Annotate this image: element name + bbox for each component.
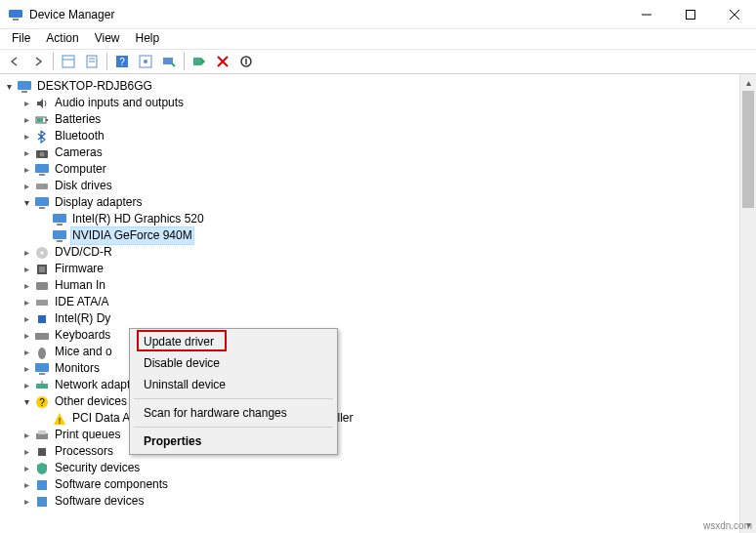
svg-rect-41 (36, 282, 48, 290)
svg-text:?: ? (119, 57, 125, 67)
chevron-right-icon[interactable]: ▸ (20, 163, 33, 177)
scrollbar-thumb[interactable] (742, 91, 754, 208)
context-disable-device[interactable]: Disable device (132, 352, 335, 374)
tree-item-security[interactable]: ▸Security devices (20, 460, 756, 476)
svg-rect-35 (53, 230, 66, 239)
tree-item-intelr[interactable]: ▸Intel(R) Dy (20, 310, 756, 327)
tree-label: Other devices (53, 393, 129, 410)
chevron-right-icon[interactable]: ▸ (20, 329, 33, 343)
svg-rect-48 (36, 384, 48, 389)
svg-rect-44 (35, 333, 49, 340)
chevron-right-icon[interactable]: ▸ (20, 113, 33, 127)
tree-item-audio[interactable]: ▸Audio inputs and outputs (20, 95, 756, 111)
tree-label: Intel(R) HD Graphics 520 (70, 211, 206, 227)
tree-item-hid[interactable]: ▸Human In (20, 277, 756, 294)
show-hide-tree-button[interactable] (58, 51, 79, 72)
uninstall-button[interactable] (212, 51, 233, 72)
scroll-up-icon[interactable]: ▴ (740, 74, 756, 91)
context-update-driver[interactable]: Update driver (132, 331, 335, 352)
dvd-icon (34, 245, 50, 261)
chevron-right-icon[interactable]: ▸ (20, 462, 33, 475)
svg-rect-28 (39, 174, 45, 176)
close-button[interactable] (712, 0, 756, 29)
tree-item-cameras[interactable]: ▸Cameras (20, 144, 756, 161)
menu-action[interactable]: Action (38, 29, 86, 49)
chevron-down-icon[interactable]: ▾ (20, 196, 33, 210)
update-driver-button[interactable] (189, 51, 210, 72)
svg-rect-1 (13, 19, 19, 20)
tree-label: Audio inputs and outputs (53, 95, 186, 111)
chevron-right-icon[interactable]: ▸ (20, 362, 33, 376)
chevron-right-icon[interactable]: ▸ (20, 312, 33, 326)
tree-item-dvd[interactable]: ▸DVD/CD-R (20, 244, 756, 261)
context-menu: Update driver Disable device Uninstall d… (129, 328, 338, 455)
context-properties[interactable]: Properties (132, 430, 335, 452)
svg-rect-24 (37, 118, 43, 122)
context-scan[interactable]: Scan for hardware changes (132, 402, 335, 424)
svg-rect-42 (36, 300, 48, 306)
tree-item-bluetooth[interactable]: ▸Bluetooth (20, 128, 756, 144)
context-uninstall-device[interactable]: Uninstall device (132, 374, 335, 395)
tree-label: Monitors (53, 360, 102, 377)
tree-item-display[interactable]: ▾Display adapters (20, 194, 756, 211)
chevron-right-icon[interactable]: ▸ (20, 445, 33, 459)
tree-item-computer[interactable]: ▸Computer (20, 161, 756, 178)
chevron-right-icon[interactable]: ▸ (20, 279, 33, 293)
chevron-right-icon[interactable]: ▸ (20, 478, 33, 492)
help-button[interactable]: ? (111, 51, 133, 72)
menu-file[interactable]: File (4, 29, 38, 49)
tree-item-display-nvidia[interactable]: NVIDIA GeForce 940M (37, 227, 756, 244)
tree-item-ide[interactable]: ▸IDE ATA/A (20, 294, 756, 310)
maximize-button[interactable] (668, 0, 712, 29)
tree-root[interactable]: ▾ DESKTOP-RDJB6GG (2, 78, 756, 95)
chevron-right-icon[interactable]: ▸ (20, 263, 33, 276)
chevron-down-icon[interactable]: ▾ (20, 395, 33, 409)
chevron-right-icon[interactable]: ▸ (20, 429, 33, 442)
minimize-button[interactable] (624, 0, 668, 29)
chevron-right-icon[interactable]: ▸ (20, 97, 33, 110)
tree-label: Software components (53, 476, 170, 493)
tree-item-diskdrives[interactable]: ▸Disk drives (20, 178, 756, 194)
forward-button[interactable] (27, 51, 49, 72)
tree-item-display-intel[interactable]: Intel(R) HD Graphics 520 (37, 211, 756, 227)
context-sep (134, 427, 333, 428)
properties-button[interactable] (81, 51, 103, 72)
watermark: wsxdn.com (703, 520, 752, 531)
tree-item-swdev[interactable]: ▸Software devices (20, 493, 756, 510)
menu-view[interactable]: View (87, 29, 128, 49)
audio-icon (34, 96, 50, 111)
disable-button[interactable] (235, 51, 257, 72)
chevron-right-icon[interactable]: ▸ (20, 379, 33, 392)
chevron-down-icon[interactable]: ▾ (2, 80, 16, 94)
chevron-right-icon[interactable]: ▸ (20, 346, 33, 359)
chevron-right-icon[interactable]: ▸ (20, 495, 33, 509)
menubar: File Action View Help (0, 29, 756, 49)
tree-item-swcomp[interactable]: ▸Software components (20, 476, 756, 493)
action-button[interactable] (135, 51, 156, 72)
chevron-right-icon[interactable]: ▸ (20, 246, 33, 260)
tree-item-firmware[interactable]: ▸Firmware (20, 261, 756, 277)
chevron-right-icon[interactable]: ▸ (20, 130, 33, 144)
svg-point-30 (44, 185, 46, 187)
back-button[interactable] (4, 51, 25, 72)
svg-text:!: ! (59, 416, 62, 426)
chevron-right-icon[interactable]: ▸ (20, 296, 33, 309)
svg-rect-3 (686, 10, 694, 19)
mouse-icon (34, 345, 50, 360)
tree-label: Display adapters (53, 194, 144, 211)
chevron-right-icon[interactable]: ▸ (20, 146, 33, 160)
scan-button[interactable] (158, 51, 180, 72)
display-icon (52, 212, 67, 227)
svg-text:?: ? (39, 397, 45, 408)
shield-icon (34, 461, 50, 476)
tree-label: Processors (53, 443, 115, 460)
display-icon (52, 228, 67, 244)
tree-item-batteries[interactable]: ▸Batteries (20, 111, 756, 128)
svg-rect-15 (163, 58, 173, 64)
camera-icon (34, 145, 50, 161)
vertical-scrollbar[interactable]: ▴ ▾ (739, 74, 756, 533)
chevron-right-icon[interactable]: ▸ (20, 180, 33, 193)
menu-help[interactable]: Help (128, 29, 168, 49)
svg-rect-33 (53, 214, 66, 223)
monitor-icon (34, 361, 50, 377)
